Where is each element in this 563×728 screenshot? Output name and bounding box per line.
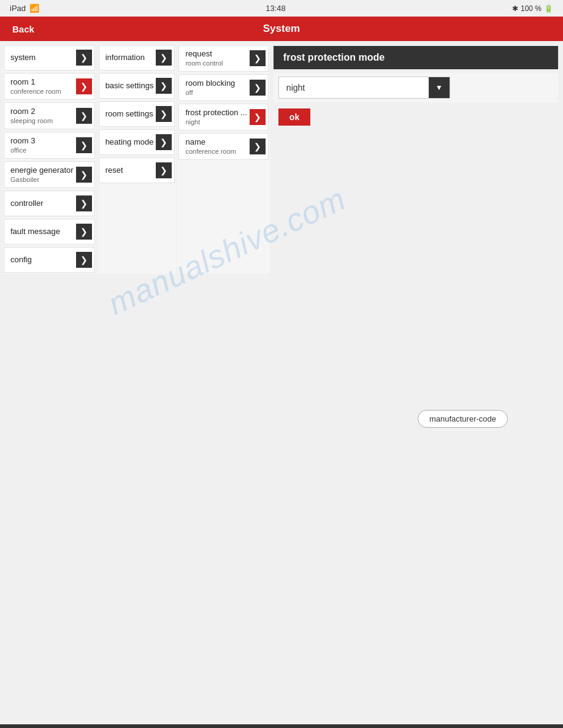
col2-arrow-btn-2[interactable]: ❯ xyxy=(156,106,172,122)
bluetooth-icon: ✱ xyxy=(512,4,518,13)
col2-item-label-3: heating mode xyxy=(105,137,154,148)
dropdown-value: night xyxy=(279,79,429,96)
main-content: system ❯ room 1 conference room ❯ room 2… xyxy=(0,41,563,276)
col2-arrow-btn-0[interactable]: ❯ xyxy=(156,50,172,66)
col1-arrow-btn-4[interactable]: ❯ xyxy=(76,167,92,183)
col1-arrow-btn-0[interactable]: ❯ xyxy=(76,50,92,66)
col2-arrow-btn-1[interactable]: ❯ xyxy=(156,78,172,94)
col1-item-text-6: fault message xyxy=(10,227,74,237)
col2-item-label-0: information xyxy=(105,53,154,63)
col2-item-text-1: basic settings xyxy=(105,81,154,91)
col3-arrow-btn-0[interactable]: ❯ xyxy=(250,50,266,66)
status-bar-right: ✱ 100 % 🔋 xyxy=(512,4,553,13)
col3-item-text-3: name conference room xyxy=(185,137,247,156)
col3-arrow-icon-1: ❯ xyxy=(254,83,261,93)
bottom-bar xyxy=(0,724,563,728)
col1-arrow-icon-3: ❯ xyxy=(80,140,88,150)
col2-arrow-btn-3[interactable]: ❯ xyxy=(156,134,172,150)
col1-arrow-icon-7: ❯ xyxy=(80,255,88,265)
battery-icon: 🔋 xyxy=(544,4,553,13)
status-bar-time: 13:48 xyxy=(266,4,286,13)
col3-item-1[interactable]: room blocking off ❯ xyxy=(178,74,268,101)
col1-item-label-6: fault message xyxy=(10,227,74,237)
col2-item-text-3: heating mode xyxy=(105,137,154,148)
col2-arrow-icon-4: ❯ xyxy=(160,165,167,175)
col3-item-label-0: request xyxy=(185,49,247,59)
col1-item-5[interactable]: controller ❯ xyxy=(4,191,95,216)
column-2: information ❯ basic settings ❯ room sett… xyxy=(98,44,177,274)
col1-item-label-3: room 3 xyxy=(10,136,74,146)
col3-item-sublabel-2: night xyxy=(185,118,247,126)
col2-arrow-btn-4[interactable]: ❯ xyxy=(156,162,172,178)
col1-arrow-btn-5[interactable]: ❯ xyxy=(76,195,92,211)
col2-item-text-2: room settings xyxy=(105,109,154,119)
col3-item-label-1: room blocking xyxy=(185,78,247,89)
col1-item-label-5: controller xyxy=(10,199,74,209)
col2-arrow-icon-3: ❯ xyxy=(160,137,167,147)
col1-item-text-7: config xyxy=(10,255,74,265)
col3-item-sublabel-1: off xyxy=(185,89,247,97)
col1-arrow-icon-1: ❯ xyxy=(80,82,88,91)
col2-item-label-2: room settings xyxy=(105,109,154,119)
col3-item-label-2: frost protection ... xyxy=(185,108,247,118)
battery-label: 100 % xyxy=(521,4,542,13)
col3-item-sublabel-3: conference room xyxy=(185,148,247,156)
col2-item-1[interactable]: basic settings ❯ xyxy=(99,73,175,99)
page-title: System xyxy=(61,23,502,35)
col2-item-4[interactable]: reset ❯ xyxy=(99,157,175,183)
col2-item-0[interactable]: information ❯ xyxy=(99,45,175,70)
col1-item-text-2: room 2 sleeping room xyxy=(10,107,74,125)
col3-arrow-btn-1[interactable]: ❯ xyxy=(250,80,266,96)
col1-item-4[interactable]: energie generator Gasboiler ❯ xyxy=(4,161,95,188)
col1-item-2[interactable]: room 2 sleeping room ❯ xyxy=(4,102,95,129)
col3-arrow-btn-3[interactable]: ❯ xyxy=(250,138,266,154)
col1-item-label-1: room 1 xyxy=(10,77,74,88)
col1-item-text-5: controller xyxy=(10,199,74,209)
col1-item-7[interactable]: config ❯ xyxy=(4,247,95,273)
col1-arrow-icon-5: ❯ xyxy=(80,199,88,208)
wifi-icon: 📶 xyxy=(29,4,39,13)
col2-item-text-4: reset xyxy=(105,165,154,176)
col3-item-text-2: frost protection ... night xyxy=(185,108,247,126)
dropdown-row: night ▼ xyxy=(274,73,558,102)
col2-item-label-1: basic settings xyxy=(105,81,154,91)
status-bar: iPad 📶 13:48 ✱ 100 % 🔋 xyxy=(0,0,563,17)
col3-item-text-1: room blocking off xyxy=(185,78,247,97)
col3-item-text-0: request room control xyxy=(185,49,247,67)
back-button[interactable]: Back xyxy=(0,17,61,41)
col1-item-sublabel-2: sleeping room xyxy=(10,117,74,125)
col1-item-6[interactable]: fault message ❯ xyxy=(4,219,95,245)
detail-panel: frost protection mode night ▼ ok xyxy=(271,44,561,274)
col1-item-3[interactable]: room 3 office ❯ xyxy=(4,132,95,159)
col3-arrow-icon-3: ❯ xyxy=(254,142,261,151)
col1-arrow-icon-6: ❯ xyxy=(80,227,88,237)
col1-arrow-icon-2: ❯ xyxy=(80,111,88,121)
col2-item-3[interactable]: heating mode ❯ xyxy=(99,129,175,155)
col1-item-text-1: room 1 conference room xyxy=(10,77,74,96)
col3-item-2[interactable]: frost protection ... night ❯ xyxy=(178,104,268,131)
col1-arrow-btn-6[interactable]: ❯ xyxy=(76,224,92,240)
col1-item-0[interactable]: system ❯ xyxy=(4,45,95,70)
col1-item-sublabel-1: conference room xyxy=(10,88,74,96)
col1-arrow-btn-2[interactable]: ❯ xyxy=(76,108,92,124)
col1-item-1[interactable]: room 1 conference room ❯ xyxy=(4,73,95,100)
dropdown-container[interactable]: night ▼ xyxy=(278,77,450,99)
col1-item-label-7: config xyxy=(10,255,74,265)
col2-item-2[interactable]: room settings ❯ xyxy=(99,101,175,127)
dropdown-arrow-icon[interactable]: ▼ xyxy=(429,77,450,98)
nav-bar: Back System xyxy=(0,17,563,41)
col2-item-label-4: reset xyxy=(105,165,154,176)
col1-arrow-icon-0: ❯ xyxy=(80,53,88,63)
col2-arrow-icon-0: ❯ xyxy=(160,53,167,63)
col3-item-0[interactable]: request room control ❯ xyxy=(178,45,268,72)
col1-arrow-btn-7[interactable]: ❯ xyxy=(76,252,92,268)
status-bar-left: iPad 📶 xyxy=(10,4,39,13)
col1-arrow-btn-1[interactable]: ❯ xyxy=(76,78,92,94)
ok-button[interactable]: ok xyxy=(278,108,310,126)
col3-item-sublabel-0: room control xyxy=(185,59,247,67)
col3-arrow-btn-2[interactable]: ❯ xyxy=(250,109,266,125)
col3-item-3[interactable]: name conference room ❯ xyxy=(178,133,268,160)
col1-arrow-btn-3[interactable]: ❯ xyxy=(76,137,92,153)
column-3: request room control ❯ room blocking off… xyxy=(177,44,269,274)
manufacturer-code-button[interactable]: manufacturer-code xyxy=(418,410,508,428)
